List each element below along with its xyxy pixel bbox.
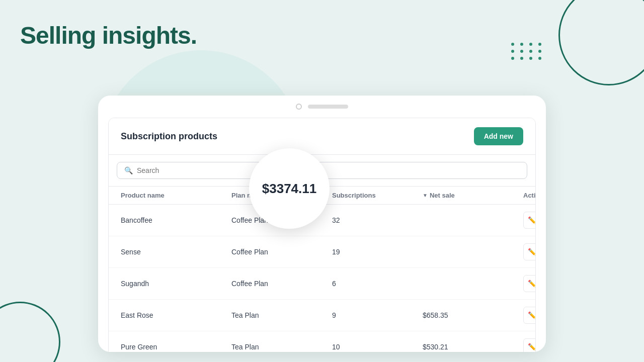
tablet-home-bar [308,105,348,109]
cell-subscriptions: 32 [332,216,423,224]
net-sale-tooltip: $3374.11 [249,148,330,229]
cell-product-name: Pure Green [121,343,231,351]
cell-plan-name: Tea Plan [231,343,332,351]
add-new-button[interactable]: Add new [474,127,523,145]
tablet-camera [296,104,302,110]
edit-button[interactable]: ✏️ [523,307,536,324]
cell-product-name: Bancoffee [121,216,231,224]
col-actions: Actions [523,192,536,199]
bg-circle-bottom-left [0,302,60,362]
col-product-name: Product name [121,192,231,199]
cell-subscriptions: 9 [332,311,423,319]
cell-net-sale: $530.21 [423,343,523,351]
panel-header: Subscription products Add new [109,118,535,155]
dots-decoration [511,43,543,60]
bg-circle-top-right [558,0,644,85]
col-net-sale: ▼ Net sale [423,192,523,199]
cell-product-name: East Rose [121,311,231,319]
table-row: East Rose Tea Plan 9 $658.35 ✏️ 👁️ 🗑️ [109,300,535,331]
cell-net-sale: $658.35 [423,311,523,319]
cell-product-name: Sugandh [121,280,231,288]
cell-actions: ✏️ 👁️ 🗑️ [523,212,536,229]
edit-button[interactable]: ✏️ [523,275,536,292]
cell-subscriptions: 10 [332,343,423,351]
cell-product-name: Sense [121,248,231,256]
subscription-panel: Subscription products Add new 🔍 Product … [108,118,536,352]
panel-title: Subscription products [121,131,217,142]
table-row: Sense Coffee Plan 19 ✏️ 👁️ 🗑️ [109,236,535,268]
cell-actions: ✏️ 👁️ 🗑️ [523,275,536,292]
table-row: Pure Green Tea Plan 10 $530.21 ✏️ 👁️ 🗑️ [109,331,535,352]
tablet-frame: Subscription products Add new 🔍 Product … [98,96,546,352]
tooltip-value: $3374.11 [262,181,316,197]
sort-arrow-icon: ▼ [423,193,428,198]
edit-button[interactable]: ✏️ [523,212,536,229]
search-icon: 🔍 [124,166,133,174]
cell-actions: ✏️ 👁️ 🗑️ [523,243,536,260]
table-row: Sugandh Coffee Plan 6 ✏️ 👁️ 🗑️ [109,268,535,300]
page-title: Selling insights. [20,22,197,49]
edit-button[interactable]: ✏️ [523,243,536,260]
cell-plan-name: Coffee Plan [231,248,332,256]
search-input[interactable] [137,166,520,174]
tablet-top-bar [98,96,546,118]
cell-plan-name: Coffee Plan [231,280,332,288]
cell-actions: ✏️ 👁️ 🗑️ [523,338,536,352]
cell-plan-name: Tea Plan [231,311,332,319]
cell-actions: ✏️ 👁️ 🗑️ [523,307,536,324]
edit-button[interactable]: ✏️ [523,338,536,352]
col-subscriptions: Subscriptions [332,192,423,199]
cell-subscriptions: 6 [332,280,423,288]
cell-subscriptions: 19 [332,248,423,256]
